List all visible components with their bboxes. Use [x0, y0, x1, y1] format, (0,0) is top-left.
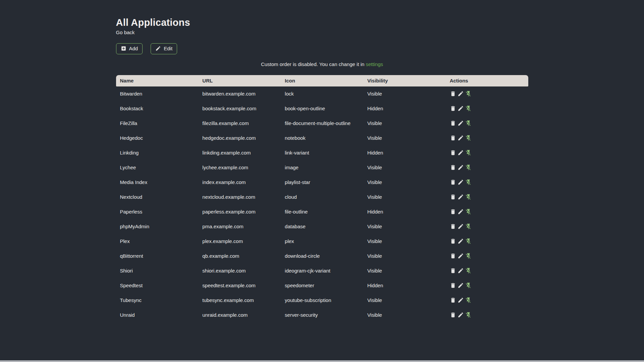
edit-icon[interactable]: [458, 253, 464, 259]
unpin-icon[interactable]: [465, 238, 472, 244]
app-name: Plex: [116, 234, 199, 249]
add-button[interactable]: Add: [116, 43, 143, 54]
app-name: phpMyAdmin: [116, 219, 199, 234]
app-actions: [446, 249, 528, 263]
app-icon-name: lock: [281, 86, 363, 101]
app-name: Bookstack: [116, 101, 199, 116]
app-icon-name: playlist-star: [281, 175, 363, 190]
delete-icon[interactable]: [450, 194, 456, 200]
app-visibility: Hidden: [363, 145, 446, 160]
app-actions: [446, 101, 528, 116]
delete-icon[interactable]: [450, 297, 456, 303]
edit-icon[interactable]: [458, 267, 464, 274]
table-row: FileZilla filezilla.example.com file-doc…: [116, 116, 528, 131]
app-actions: [446, 131, 528, 145]
app-url: plex.example.com: [198, 234, 281, 249]
toolbar: Add Edit: [116, 43, 528, 54]
delete-icon[interactable]: [450, 105, 456, 112]
unpin-icon[interactable]: [465, 90, 472, 97]
unpin-icon[interactable]: [465, 253, 472, 259]
unpin-icon[interactable]: [465, 164, 472, 171]
unpin-icon[interactable]: [465, 105, 472, 112]
app-url: index.example.com: [198, 175, 281, 190]
edit-icon[interactable]: [458, 179, 464, 185]
delete-icon[interactable]: [450, 253, 456, 259]
app-url: speedtest.example.com: [198, 278, 281, 293]
app-name: Shiori: [116, 263, 199, 278]
app-actions: [446, 86, 528, 101]
edit-icon[interactable]: [458, 149, 464, 156]
custom-order-notice: Custom order is disabled. You can change…: [116, 61, 528, 67]
table-row: Bitwarden bitwarden.example.com lock Vis…: [116, 86, 528, 101]
app-actions: [446, 263, 528, 278]
app-actions: [446, 204, 528, 219]
app-icon-name: youtube-subscription: [281, 293, 363, 308]
horizontal-scrollbar[interactable]: [0, 360, 644, 362]
app-name: Linkding: [116, 145, 199, 160]
app-url: filezilla.example.com: [198, 116, 281, 131]
app-name: Bitwarden: [116, 86, 199, 101]
delete-icon[interactable]: [450, 238, 456, 244]
delete-icon[interactable]: [450, 179, 456, 185]
app-name: qBittorrent: [116, 249, 199, 263]
delete-icon[interactable]: [450, 282, 456, 289]
app-name: Speedtest: [116, 278, 199, 293]
delete-icon[interactable]: [450, 164, 456, 171]
delete-icon[interactable]: [450, 312, 456, 318]
edit-icon[interactable]: [458, 194, 464, 200]
unpin-icon[interactable]: [465, 223, 472, 230]
app-name: Hedgedoc: [116, 131, 199, 145]
edit-icon[interactable]: [458, 223, 464, 230]
app-name: Nextcloud: [116, 190, 199, 204]
app-actions: [446, 116, 528, 131]
unpin-icon[interactable]: [465, 312, 472, 318]
table-row: Unraid unraid.example.com server-securit…: [116, 308, 528, 322]
delete-icon[interactable]: [450, 267, 456, 274]
delete-icon[interactable]: [450, 223, 456, 230]
table-row: Nextcloud nextcloud.example.com cloud Vi…: [116, 190, 528, 204]
unpin-icon[interactable]: [465, 135, 472, 141]
app-visibility: Visible: [363, 308, 446, 322]
edit-button[interactable]: Edit: [151, 43, 177, 54]
edit-icon[interactable]: [458, 238, 464, 244]
delete-icon[interactable]: [450, 135, 456, 141]
notice-text: Custom order is disabled. You can change…: [261, 61, 365, 67]
app-name: Unraid: [116, 308, 199, 322]
delete-icon[interactable]: [450, 149, 456, 156]
app-visibility: Hidden: [363, 204, 446, 219]
edit-icon[interactable]: [458, 208, 464, 215]
edit-icon[interactable]: [458, 105, 464, 112]
go-back-link[interactable]: Go back: [116, 29, 135, 35]
app-visibility: Visible: [363, 293, 446, 308]
edit-icon[interactable]: [458, 164, 464, 171]
delete-icon[interactable]: [450, 90, 456, 97]
app-visibility: Visible: [363, 160, 446, 175]
unpin-icon[interactable]: [465, 282, 472, 289]
edit-icon[interactable]: [458, 120, 464, 126]
app-icon-name: book-open-outline: [281, 101, 363, 116]
unpin-icon[interactable]: [465, 194, 472, 200]
delete-icon[interactable]: [450, 120, 456, 126]
unpin-icon[interactable]: [465, 208, 472, 215]
unpin-icon[interactable]: [465, 120, 472, 126]
unpin-icon[interactable]: [465, 267, 472, 274]
edit-icon[interactable]: [458, 297, 464, 303]
column-header-url: URL: [198, 75, 281, 86]
edit-icon[interactable]: [458, 282, 464, 289]
settings-link[interactable]: settings: [366, 61, 383, 67]
edit-icon[interactable]: [458, 135, 464, 141]
unpin-icon[interactable]: [465, 149, 472, 156]
delete-icon[interactable]: [450, 208, 456, 215]
app-visibility: Visible: [363, 131, 446, 145]
applications-table: Name URL Icon Visibility Actions Bitward…: [116, 75, 528, 322]
unpin-icon[interactable]: [465, 179, 472, 185]
app-visibility: Visible: [363, 234, 446, 249]
app-url: bitwarden.example.com: [198, 86, 281, 101]
app-url: hedgedoc.example.com: [198, 131, 281, 145]
app-visibility: Visible: [363, 219, 446, 234]
table-row: Linkding linkding.example.com link-varia…: [116, 145, 528, 160]
edit-icon[interactable]: [458, 90, 464, 97]
unpin-icon[interactable]: [465, 297, 472, 303]
app-icon-name: image: [281, 160, 363, 175]
edit-icon[interactable]: [458, 312, 464, 318]
